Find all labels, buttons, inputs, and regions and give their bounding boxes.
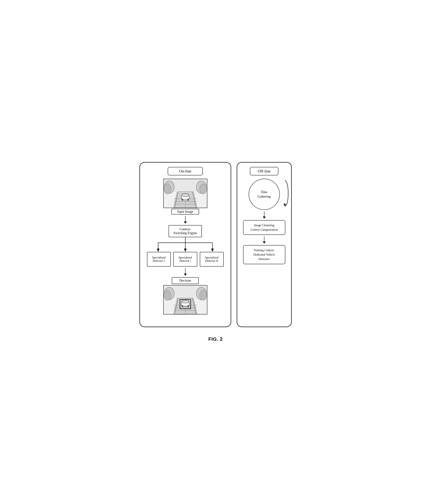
page-container: On-line: [133, 162, 298, 342]
svg-marker-24: [184, 249, 187, 252]
arrow-line-2: [185, 268, 186, 274]
input-image-label: Input Image: [171, 209, 199, 215]
svg-rect-42: [183, 301, 188, 303]
svg-point-40: [181, 305, 183, 307]
image-clustering-box: Image Clustering Context Categorization: [243, 220, 285, 235]
detectors-row: Specialized Detector 1 Specialized Detec…: [147, 252, 224, 267]
svg-point-29: [164, 290, 171, 300]
cse-box: Context- Switching Engine: [169, 225, 202, 237]
svg-point-13: [181, 199, 183, 201]
data-gathering-label: Data Gathering: [258, 190, 271, 199]
svg-rect-15: [183, 194, 188, 196]
svg-point-41: [187, 305, 189, 307]
detector-i-box: Specialized Detector i: [173, 252, 197, 267]
offline-title: Off-line: [250, 167, 278, 175]
arrow-head-3: [263, 216, 266, 219]
arrow-ic-training: [263, 236, 266, 244]
arrow-dg-ic: [263, 211, 266, 219]
decision-road-illustration: [164, 286, 207, 314]
svg-point-14: [187, 199, 189, 201]
decision-section: Decision: [163, 277, 207, 315]
arrow-to-decision: [184, 268, 187, 276]
decision-image: [163, 285, 207, 315]
arrow-head: [184, 221, 187, 224]
decision-box: Decision: [172, 277, 199, 284]
arrow-head-4: [263, 242, 266, 244]
detector-1-label: Specialized Detector 1: [152, 256, 166, 262]
detector-1-box: Specialized Detector 1: [147, 252, 171, 267]
svg-marker-22: [157, 249, 160, 252]
svg-marker-26: [211, 249, 214, 252]
road-illustration: [164, 179, 207, 208]
curved-arrow-svg: [275, 177, 286, 210]
training-box: Training Context- Dedicated Vehicle Dete…: [243, 245, 285, 264]
arrow-line: [185, 216, 186, 221]
detector-n-label: Specialized Detector N: [205, 256, 218, 262]
input-image-box: Input Image: [163, 179, 207, 215]
arrow-line-4: [264, 236, 264, 242]
offline-panel: Off-line Data Gathering: [237, 162, 292, 327]
detector-i-label: Specialized Detector i: [179, 256, 192, 262]
arrow-head-2: [184, 274, 187, 276]
road-image: [163, 179, 207, 208]
arrow-to-cse: [184, 216, 187, 224]
figure-caption: FIG. 2: [208, 336, 223, 342]
arrow-line-3: [264, 211, 264, 216]
detector-n-box: Specialized Detector N: [200, 252, 224, 267]
online-title: On-line: [168, 167, 203, 175]
svg-point-2: [164, 184, 171, 194]
svg-point-31: [200, 290, 207, 300]
offline-flow: Data Gathering Image Clustering Context …: [241, 179, 287, 264]
diagram-area: On-line: [133, 162, 298, 327]
fan-arrows-svg: [145, 237, 226, 252]
svg-point-4: [200, 184, 207, 194]
online-panel: On-line: [139, 162, 231, 327]
